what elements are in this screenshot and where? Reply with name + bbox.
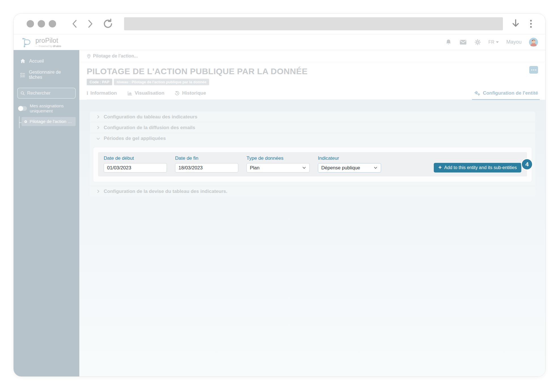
- plus-icon: +: [438, 165, 442, 170]
- gear-icon: [474, 39, 481, 46]
- sidebar: Accueil Gestionnaire de tâches Mes assig…: [14, 50, 79, 376]
- refresh-button[interactable]: [102, 18, 114, 30]
- browser-window: proPilot — Powered by dFakto: [13, 13, 546, 377]
- accordion-expanded-content: Date de début Date de fin Type de donnée…: [90, 144, 535, 186]
- info-icon: i: [87, 91, 88, 96]
- sidebar-item-gestionnaire-taches[interactable]: Gestionnaire de tâches: [17, 67, 76, 83]
- tab-label: Historique: [182, 90, 206, 96]
- accordion-label: Configuration de la devise du tableau de…: [104, 189, 227, 194]
- accordion-label: Configuration de la diffusion des emails: [104, 125, 195, 131]
- forward-button[interactable]: [86, 19, 94, 29]
- date-fin-label: Date de fin: [175, 155, 238, 161]
- accordion-row-periodes-gel[interactable]: Périodes de gel appliquées: [90, 133, 535, 144]
- tree-item-pilotage[interactable]: Pilotage de l'action publique pa...: [22, 117, 76, 126]
- select-value: Dépense publique: [321, 165, 360, 171]
- mail-icon: [459, 39, 467, 46]
- accordion: Configuration du tableau des indicateurs…: [90, 112, 535, 197]
- sidebar-item-label: Gestionnaire de tâches: [29, 70, 73, 80]
- tab-label: Visualisation: [135, 90, 165, 96]
- add-entity-button[interactable]: + Add to this entity and its sub-entitie…: [434, 163, 521, 172]
- toggle-knob: [18, 106, 23, 111]
- notifications-button[interactable]: [445, 39, 452, 46]
- accordion-label: Configuration du tableau des indicateurs: [104, 114, 197, 120]
- level-badge: niveau : Pilotage de l'action publique p…: [114, 79, 209, 85]
- chevron-right-icon: [96, 125, 101, 130]
- date-fin-input[interactable]: [175, 163, 238, 172]
- traffic-light-icon: [38, 20, 45, 27]
- select-value: Plan: [250, 165, 260, 171]
- more-options-button[interactable]: [529, 66, 538, 74]
- page-title: PILOTAGE DE L'ACTION PUBLIQUE PAR LA DON…: [87, 67, 538, 76]
- location-pin-icon: [87, 54, 91, 59]
- sidebar-item-accueil[interactable]: Accueil: [17, 55, 76, 67]
- chevron-right-icon: [96, 189, 101, 194]
- app-name: proPilot: [35, 37, 61, 44]
- date-debut-label: Date de début: [104, 155, 167, 161]
- main-panel: Pilotage de l'action... PILOTAGE DE L'AC…: [79, 50, 545, 376]
- propilot-logo-icon: [21, 36, 33, 48]
- breadcrumb-label: Pilotage de l'action...: [93, 54, 138, 59]
- tab-configuration-entite[interactable]: Configuration de l'entité: [474, 90, 538, 96]
- traffic-lights: [27, 20, 56, 27]
- home-icon: [20, 58, 26, 64]
- tree-item-label: Pilotage de l'action publique pa...: [30, 119, 73, 124]
- entity-tree: Pilotage de l'action publique pa...: [17, 117, 76, 126]
- tab-information[interactable]: i Information: [87, 90, 117, 96]
- download-button[interactable]: [511, 18, 520, 29]
- assignments-toggle-label: Mes assignations uniquement: [30, 103, 75, 114]
- chevron-down-icon: [96, 136, 101, 141]
- traffic-light-icon: [49, 20, 56, 27]
- indicateur-field: Indicateur Dépense publique: [318, 155, 381, 172]
- task-list-icon: [20, 72, 25, 78]
- chevron-left-icon: [71, 19, 79, 29]
- language-selector[interactable]: FR: [488, 40, 499, 45]
- caret-down-icon: [496, 41, 499, 43]
- date-debut-field: Date de début: [104, 155, 167, 172]
- sidebar-search: [17, 88, 76, 99]
- chevron-right-icon: [96, 114, 101, 119]
- content-area: Configuration du tableau des indicateurs…: [79, 100, 545, 376]
- bar-chart-icon: [127, 91, 133, 96]
- messages-button[interactable]: [459, 39, 467, 46]
- avatar-icon: [529, 38, 538, 47]
- tab-label: Configuration de l'entité: [483, 90, 538, 96]
- chevron-right-icon: [86, 19, 94, 29]
- date-fin-field: Date de fin: [175, 155, 238, 172]
- user-name: Mayou: [506, 39, 522, 45]
- page-head: PILOTAGE DE L'ACTION PUBLIQUE PAR LA DON…: [79, 62, 545, 100]
- traffic-light-icon: [27, 20, 34, 27]
- freeze-periods-card: Date de début Date de fin Type de donnée…: [93, 147, 532, 182]
- user-avatar[interactable]: [529, 38, 538, 47]
- refresh-icon: [102, 18, 114, 30]
- back-button[interactable]: [71, 19, 79, 29]
- address-bar[interactable]: [124, 17, 503, 30]
- type-donnees-field: Type de données Plan: [246, 155, 310, 172]
- type-donnees-select[interactable]: Plan: [246, 163, 310, 172]
- indicateur-label: Indicateur: [318, 155, 381, 161]
- annotation-step-badge: 4: [522, 159, 532, 169]
- language-label: FR: [488, 40, 494, 45]
- app-header: proPilot — Powered by dFakto: [14, 34, 545, 50]
- accordion-row-diffusion-emails[interactable]: Configuration de la diffusion des emails: [90, 122, 535, 133]
- download-icon: [511, 18, 520, 29]
- browser-menu-button[interactable]: [529, 19, 533, 29]
- gears-icon: [474, 90, 481, 96]
- accordion-row-devise-tableau[interactable]: Configuration de la devise du tableau de…: [90, 186, 535, 197]
- settings-button[interactable]: [474, 39, 481, 46]
- assignments-toggle[interactable]: [18, 106, 27, 111]
- browser-chrome: [14, 14, 545, 34]
- app-tagline: — Powered by dFakto: [35, 45, 61, 48]
- tab-label: Information: [90, 90, 117, 96]
- accordion-row-tableau-indicateurs[interactable]: Configuration du tableau des indicateurs: [90, 112, 535, 122]
- date-debut-input[interactable]: [104, 163, 167, 172]
- app-logo[interactable]: proPilot — Powered by dFakto: [21, 36, 61, 48]
- tab-visualisation[interactable]: Visualisation: [127, 90, 165, 96]
- search-input[interactable]: [27, 91, 73, 96]
- type-donnees-label: Type de données: [246, 155, 310, 161]
- indicateur-select[interactable]: Dépense publique: [318, 163, 381, 172]
- breadcrumb[interactable]: Pilotage de l'action...: [79, 50, 545, 62]
- history-icon: [175, 91, 180, 96]
- tab-historique[interactable]: Historique: [175, 90, 206, 96]
- chevron-down-icon: [373, 166, 378, 170]
- freeze-period-form: Date de début Date de fin Type de donnée…: [98, 152, 527, 176]
